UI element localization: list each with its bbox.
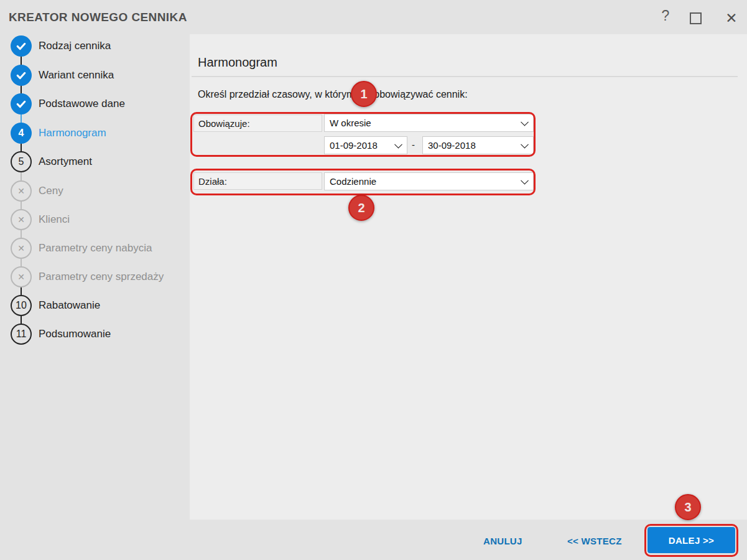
date-range-separator: - xyxy=(412,139,415,150)
chevron-down-icon xyxy=(521,140,529,148)
step-label: Harmonogram xyxy=(39,127,106,139)
chevron-down-icon xyxy=(521,176,529,184)
chevron-down-icon xyxy=(521,118,529,126)
stepper-item-rodzaj-cennika[interactable]: Rodzaj cennika xyxy=(11,35,111,57)
annotation-callout-1: 1 xyxy=(351,81,377,107)
date-from-value: 01-09-2018 xyxy=(330,140,378,151)
step-number-badge: 11 xyxy=(11,324,32,345)
maximize-icon[interactable] xyxy=(690,12,702,24)
next-button[interactable]: DALEJ >> xyxy=(647,527,735,553)
stepper-item-asortyment[interactable]: 5 Asortyment xyxy=(11,151,92,172)
date-to-value: 30-09-2018 xyxy=(428,140,476,151)
stepper-item-podsumowanie[interactable]: 11 Podsumowanie xyxy=(11,324,111,345)
step-label: Parametry ceny nabycia xyxy=(39,242,152,254)
x-icon: ✕ xyxy=(11,180,32,202)
step-number-badge: 4 xyxy=(11,123,32,144)
date-to-select[interactable]: 30-09-2018 xyxy=(422,136,534,154)
step-label: Asortyment xyxy=(39,156,92,168)
x-icon: ✕ xyxy=(11,238,32,259)
check-icon xyxy=(11,93,32,114)
step-label: Parametry ceny sprzedaży xyxy=(39,271,164,283)
cancel-button[interactable]: ANULUJ xyxy=(483,536,522,546)
obowiazuje-label: Obowiązuje: xyxy=(193,114,322,132)
annotation-callout-3: 3 xyxy=(675,494,701,520)
dziala-select[interactable]: Codziennie xyxy=(324,172,534,190)
section-description: Określ przedział czasowy, w którym ma ob… xyxy=(198,89,468,100)
obowiazuje-select[interactable]: W okresie xyxy=(324,114,534,132)
page-title: Harmonogram xyxy=(198,55,277,70)
annotation-callout-2: 2 xyxy=(348,195,374,221)
step-label: Wariant cennika xyxy=(39,69,114,82)
step-label: Ceny xyxy=(39,185,63,197)
check-icon xyxy=(11,35,32,57)
step-label: Klienci xyxy=(39,213,70,226)
stepper-item-klienci[interactable]: ✕ Klienci xyxy=(11,209,70,230)
window-title: KREATOR NOWEGO CENNIKA xyxy=(9,11,187,24)
stepper-item-parametry-ceny-sprzedazy[interactable]: ✕ Parametry ceny sprzedaży xyxy=(11,266,164,287)
check-icon xyxy=(11,65,32,86)
step-number-badge: 10 xyxy=(11,295,32,316)
stepper-item-wariant-cennika[interactable]: Wariant cennika xyxy=(11,65,114,86)
x-icon: ✕ xyxy=(11,209,32,230)
step-number-badge: 5 xyxy=(11,151,32,172)
stepper-item-ceny[interactable]: ✕ Ceny xyxy=(11,180,63,202)
content-panel xyxy=(190,34,747,520)
step-label: Podstawowe dane xyxy=(39,98,125,110)
stepper-item-harmonogram[interactable]: 4 Harmonogram xyxy=(11,123,106,144)
stepper-item-parametry-ceny-nabycia[interactable]: ✕ Parametry ceny nabycia xyxy=(11,238,152,259)
help-icon[interactable]: ? xyxy=(658,7,673,26)
date-from-select[interactable]: 01-09-2018 xyxy=(324,136,407,154)
close-icon[interactable]: ✕ xyxy=(723,9,740,28)
step-label: Rabatowanie xyxy=(39,299,100,312)
back-button[interactable]: << WSTECZ xyxy=(567,536,622,546)
chevron-down-icon xyxy=(394,140,402,148)
step-label: Podsumowanie xyxy=(39,328,111,340)
stepper-item-podstawowe-dane[interactable]: Podstawowe dane xyxy=(11,93,125,114)
obowiazuje-select-value: W okresie xyxy=(330,118,371,128)
dziala-label: Działa: xyxy=(193,172,322,190)
dziala-select-value: Codziennie xyxy=(330,176,376,187)
heading-divider xyxy=(192,76,738,77)
stepper-item-rabatowanie[interactable]: 10 Rabatowanie xyxy=(11,295,100,316)
step-label: Rodzaj cennika xyxy=(39,40,111,52)
x-icon: ✕ xyxy=(11,266,32,287)
